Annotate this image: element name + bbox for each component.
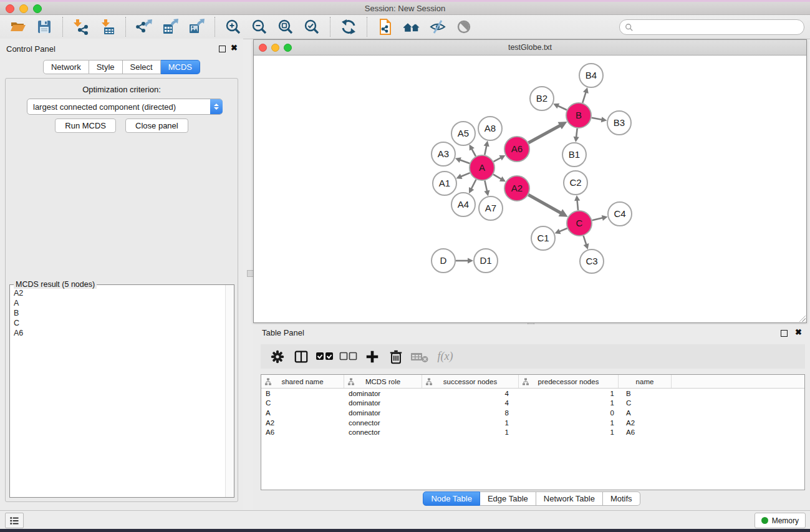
table-panel: Table Panel ✖ f(x) shared nameMCDS roles… bbox=[253, 324, 810, 510]
edge-B-B3[interactable] bbox=[592, 118, 603, 120]
tab-network-table[interactable]: Network Table bbox=[536, 491, 603, 506]
result-item[interactable]: A6 bbox=[14, 328, 221, 338]
column-header-MCDS-role[interactable]: MCDS role bbox=[344, 375, 422, 388]
desktop-wallpaper-strip-bottom bbox=[0, 529, 810, 532]
edge-C-C2[interactable] bbox=[577, 200, 578, 210]
result-item[interactable]: A2 bbox=[14, 288, 221, 298]
table-row[interactable]: A2connector11A2 bbox=[261, 418, 804, 428]
node-label-C4: C4 bbox=[614, 208, 625, 219]
table-mode-icon[interactable] bbox=[268, 347, 287, 367]
task-history-button[interactable] bbox=[5, 513, 24, 528]
edge-A6-B[interactable] bbox=[528, 125, 561, 143]
cell-successor-nodes: 8 bbox=[422, 409, 519, 417]
zoom-fit-icon[interactable] bbox=[275, 16, 296, 37]
edge-A-A6[interactable] bbox=[494, 157, 502, 162]
column-header-successor-nodes[interactable]: successor nodes bbox=[422, 375, 519, 388]
column-header-predecessor-nodes[interactable]: predecessor nodes bbox=[519, 375, 619, 388]
search-input[interactable] bbox=[634, 20, 804, 34]
edge-A-A1[interactable] bbox=[460, 173, 470, 177]
edge-A-A8[interactable] bbox=[485, 145, 486, 155]
criterion-selected-value: largest connected component (directed) bbox=[27, 102, 210, 112]
node-label-A5: A5 bbox=[458, 128, 469, 138]
import-table-icon[interactable] bbox=[97, 16, 118, 37]
column-label: predecessor nodes bbox=[538, 378, 599, 385]
edge-C-C1[interactable] bbox=[559, 228, 567, 232]
node-label-B2: B2 bbox=[536, 93, 547, 104]
show-columns-icon[interactable] bbox=[291, 347, 311, 367]
tab-style[interactable]: Style bbox=[89, 60, 123, 74]
select-all-icon[interactable] bbox=[315, 347, 335, 367]
tab-node-table[interactable]: Node Table bbox=[423, 491, 480, 506]
select-stepper-icon bbox=[210, 99, 223, 114]
edge-arrowhead bbox=[574, 195, 580, 201]
edge-C-C4[interactable] bbox=[592, 218, 603, 220]
edge-C-C3[interactable] bbox=[584, 236, 587, 245]
edge-A-A5[interactable] bbox=[471, 148, 476, 157]
add-column-icon[interactable] bbox=[362, 347, 382, 367]
run-mcds-button[interactable]: Run MCDS bbox=[55, 118, 116, 133]
table-row[interactable]: Bdominator41B bbox=[261, 389, 804, 399]
open-file-icon[interactable] bbox=[7, 16, 29, 37]
tab-motifs[interactable]: Motifs bbox=[603, 491, 640, 506]
float-table-panel-icon[interactable] bbox=[781, 330, 788, 337]
result-item[interactable]: A bbox=[14, 298, 221, 308]
unselect-all-icon[interactable] bbox=[339, 347, 359, 367]
edge-B-B2[interactable] bbox=[557, 105, 567, 110]
show-graphics-details-icon[interactable] bbox=[453, 16, 475, 37]
cell-shared-name: B bbox=[261, 390, 344, 397]
edge-A-A3[interactable] bbox=[460, 160, 470, 163]
edge-A2-C[interactable] bbox=[528, 195, 562, 213]
column-header-filler bbox=[672, 375, 804, 388]
save-session-icon[interactable] bbox=[34, 16, 55, 37]
export-network-icon[interactable] bbox=[133, 16, 155, 37]
column-header-shared-name[interactable]: shared name bbox=[261, 375, 344, 388]
new-network-icon[interactable] bbox=[375, 16, 396, 37]
mcds-result-groupbox: MCDS result (5 nodes) A2ABCA6 bbox=[9, 284, 234, 498]
network-window-titlebar[interactable]: testGlobe.txt bbox=[254, 40, 806, 56]
table-row[interactable]: A6connector11A6 bbox=[261, 427, 804, 437]
tab-select[interactable]: Select bbox=[123, 60, 161, 74]
tab-network[interactable]: Network bbox=[43, 60, 89, 74]
table-row[interactable]: Cdominator41C bbox=[261, 399, 804, 409]
column-header-name[interactable]: name bbox=[619, 375, 672, 388]
node-label-A8: A8 bbox=[485, 123, 496, 133]
cell-MCDS-role: dominator bbox=[344, 399, 422, 407]
delete-column-icon[interactable] bbox=[386, 347, 406, 367]
mcds-result-list[interactable]: A2ABCA6 bbox=[10, 285, 225, 497]
search-field[interactable] bbox=[619, 19, 804, 35]
zoom-out-icon[interactable] bbox=[249, 16, 270, 37]
zoom-selected-icon[interactable] bbox=[301, 16, 322, 37]
cell-shared-name: A6 bbox=[261, 428, 344, 436]
cell-shared-name: C bbox=[261, 399, 344, 407]
hide-selected-icon[interactable] bbox=[427, 16, 448, 37]
cell-MCDS-role: connector bbox=[344, 428, 422, 436]
zoom-in-icon[interactable] bbox=[223, 16, 244, 37]
close-panel-button[interactable]: Close panel bbox=[125, 118, 188, 133]
edge-arrowhead bbox=[484, 141, 489, 147]
edge-A-A2[interactable] bbox=[493, 175, 502, 180]
first-neighbors-icon[interactable] bbox=[401, 16, 422, 37]
result-scrollbar[interactable] bbox=[225, 285, 234, 497]
edge-A-A7[interactable] bbox=[485, 181, 487, 192]
export-table-icon[interactable] bbox=[160, 16, 181, 37]
close-table-panel-icon[interactable]: ✖ bbox=[795, 328, 802, 337]
node-label-C2: C2 bbox=[569, 177, 581, 188]
result-item[interactable]: B bbox=[14, 308, 221, 318]
memory-button[interactable]: Memory bbox=[755, 513, 806, 528]
edge-A-A4[interactable] bbox=[471, 180, 476, 190]
export-image-icon[interactable] bbox=[186, 16, 207, 37]
network-canvas[interactable]: B4B2BB3A5A8A6B1A3AA1C2A2A4A7C4CC1DD1C3 bbox=[254, 56, 805, 322]
table-row[interactable]: Adominator80A bbox=[261, 408, 804, 418]
import-network-icon[interactable] bbox=[70, 16, 92, 37]
close-panel-icon[interactable]: ✖ bbox=[231, 44, 238, 52]
result-item[interactable]: C bbox=[14, 318, 221, 328]
criterion-select[interactable]: largest connected component (directed) bbox=[27, 99, 223, 115]
hierarchy-icon bbox=[347, 378, 355, 385]
float-panel-icon[interactable] bbox=[219, 46, 226, 52]
refresh-icon[interactable] bbox=[338, 16, 359, 37]
node-label-A1: A1 bbox=[439, 178, 450, 188]
tab-edge-table[interactable]: Edge Table bbox=[480, 491, 536, 506]
edge-B-B1[interactable] bbox=[576, 128, 577, 138]
edge-B-B4[interactable] bbox=[582, 92, 586, 103]
tab-mcds[interactable]: MCDS bbox=[161, 60, 200, 74]
